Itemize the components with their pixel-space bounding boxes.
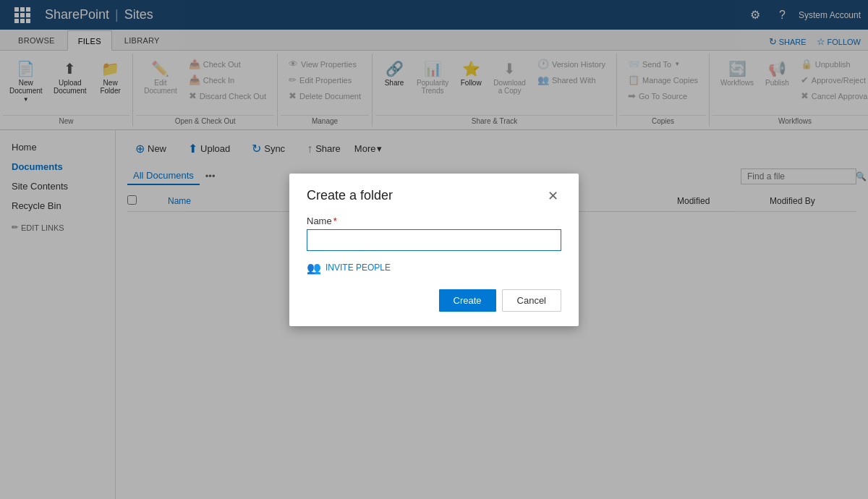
name-label: Name* — [307, 216, 561, 226]
folder-name-input[interactable] — [307, 229, 561, 251]
cancel-button[interactable]: Cancel — [502, 289, 561, 312]
modal-title: Create a folder — [307, 188, 393, 203]
modal-overlay: Create a folder ✕ Name* 👥 INVITE PEOPLE … — [0, 0, 868, 499]
create-button[interactable]: Create — [439, 289, 496, 312]
name-field: Name* — [307, 216, 561, 261]
invite-people-button[interactable]: 👥 INVITE PEOPLE — [307, 261, 561, 275]
modal-close-button[interactable]: ✕ — [545, 188, 561, 204]
modal-header: Create a folder ✕ — [307, 188, 561, 204]
modal-footer: Create Cancel — [307, 289, 561, 312]
create-folder-modal: Create a folder ✕ Name* 👥 INVITE PEOPLE … — [289, 174, 579, 326]
invite-icon: 👥 — [307, 261, 321, 275]
